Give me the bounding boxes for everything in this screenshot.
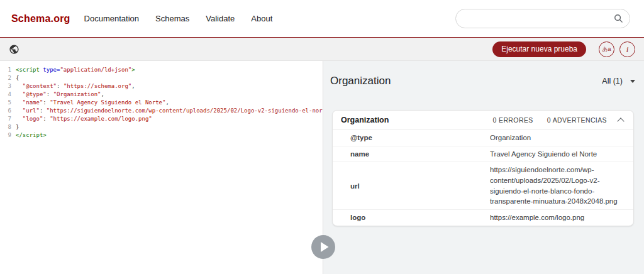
toolbar: Ejecutar nueva prueba あa i (0, 38, 644, 61)
results-header-row: Organization All (1) (330, 75, 635, 87)
line-number: 6 (3, 107, 11, 115)
line-number: 4 (3, 90, 11, 99)
main-content: 123456789 <script type="application/ld+j… (0, 61, 644, 274)
line-number: 7 (3, 115, 11, 123)
property-name: logo (350, 214, 490, 221)
translate-icon: あa (602, 47, 611, 52)
run-new-test-button[interactable]: Ejecutar nueva prueba (492, 41, 586, 57)
main-nav: DocumentationSchemasValidateAbout (84, 14, 273, 23)
code-line: <script type="application/ld+json"> (16, 66, 323, 74)
chevron-down-icon (630, 80, 635, 83)
table-row[interactable]: urlhttps://siguiendoelnorte.com/wp-conte… (333, 162, 633, 209)
code-line: "url": "https://siguiendoelnorte.com/wp-… (16, 107, 323, 115)
table-row[interactable]: nameTravel Agency Siguiendo el Norte (333, 146, 633, 162)
property-name: name (350, 150, 490, 158)
property-value: https://example.com/logo.png (490, 212, 625, 223)
filter-label: All (1) (602, 77, 623, 85)
editor-code: <script type="application/ld+json">{ "@c… (11, 66, 323, 140)
warnings-count: 0 ADVERTENCIAS (547, 116, 607, 124)
search-input[interactable] (465, 14, 614, 23)
line-number: 9 (3, 131, 11, 140)
result-rows: @typeOrganizationnameTravel Agency Sigui… (333, 130, 633, 226)
property-value: Organization (490, 133, 625, 143)
result-card-header[interactable]: Organization 0 ERRORES 0 ADVERTENCIAS (333, 111, 633, 130)
property-value: https://siguiendoelnorte.com/wp-content/… (490, 165, 625, 207)
translate-button[interactable]: あa (599, 41, 614, 57)
result-card: Organization 0 ERRORES 0 ADVERTENCIAS @t… (332, 110, 634, 226)
nav-item-schemas[interactable]: Schemas (155, 14, 189, 23)
code-editor: 123456789 <script type="application/ld+j… (0, 61, 323, 140)
table-row[interactable]: @typeOrganization (333, 130, 633, 146)
code-line: "name": "Travel Agency Siguiendo el Nort… (16, 99, 323, 107)
code-line: { (16, 74, 323, 82)
code-line: } (16, 123, 323, 131)
line-number: 5 (3, 99, 11, 107)
code-line: "@type": "Organization", (16, 90, 323, 99)
editor-gutter: 123456789 (3, 66, 11, 140)
chevron-up-icon[interactable] (617, 118, 624, 124)
line-number: 2 (3, 74, 11, 82)
code-line: "@context": "https://schema.org", (16, 82, 323, 90)
line-number: 3 (3, 82, 11, 90)
results-pane: Organization All (1) Organization 0 ERRO… (323, 61, 644, 274)
search-box (455, 9, 630, 28)
info-icon: i (626, 45, 629, 53)
schema-validator-app: Schema.org DocumentationSchemasValidateA… (0, 0, 644, 274)
table-row[interactable]: logohttps://example.com/logo.png (333, 209, 633, 226)
search-icon[interactable] (614, 14, 623, 23)
globe-icon[interactable] (9, 44, 19, 55)
property-value: Travel Agency Siguiendo el Norte (490, 149, 625, 160)
nav-item-documentation[interactable]: Documentation (84, 14, 139, 23)
play-icon (311, 235, 335, 259)
code-line: "logo": "https://example.com/logo.png" (16, 115, 323, 123)
info-button[interactable]: i (619, 41, 635, 57)
code-editor-pane[interactable]: 123456789 <script type="application/ld+j… (0, 61, 323, 274)
card-title: Organization (341, 116, 389, 124)
property-name: @type (350, 134, 490, 141)
property-name: url (350, 182, 490, 190)
site-logo[interactable]: Schema.org (11, 13, 70, 25)
code-line: </script> (16, 131, 323, 140)
header: Schema.org DocumentationSchemasValidateA… (0, 0, 644, 38)
nav-item-validate[interactable]: Validate (206, 14, 235, 23)
run-test-play-button[interactable] (311, 235, 335, 259)
filter-dropdown[interactable]: All (1) (602, 77, 635, 85)
nav-item-about[interactable]: About (251, 14, 272, 23)
results-heading: Organization (330, 75, 391, 87)
line-number: 1 (3, 66, 11, 74)
errors-count: 0 ERRORES (492, 116, 533, 124)
line-number: 8 (3, 123, 11, 131)
